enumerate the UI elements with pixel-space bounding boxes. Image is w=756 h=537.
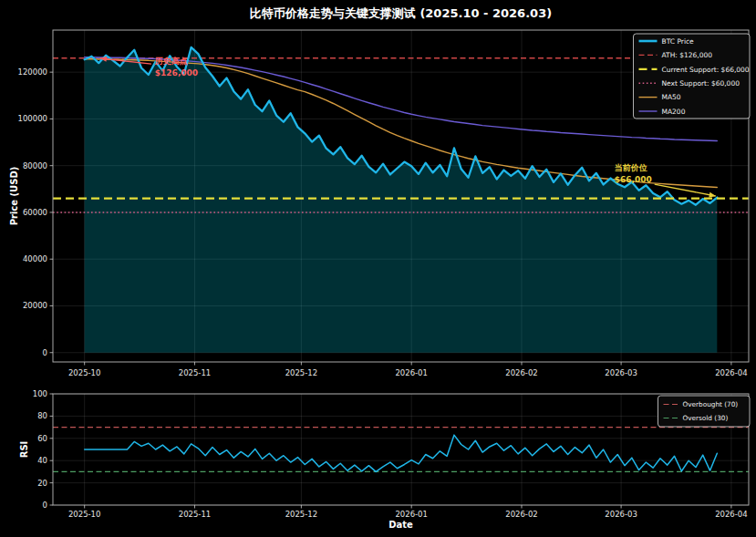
x-tick-label: 2026-01 (395, 368, 428, 377)
x-tick-label: 2025-12 (285, 510, 318, 519)
legend-item-label: BTC Price (662, 37, 695, 46)
x-tick-label: 2026-02 (505, 510, 538, 519)
charts-canvas: 历史高点$126,000当前价位$66,0002025-102025-11202… (0, 0, 756, 537)
legend-item-label: MA200 (662, 108, 686, 116)
annotation-text: $126,000 (155, 68, 198, 77)
tick-labels: 2025-102025-112025-122026-012026-022026-… (33, 389, 748, 519)
x-tick-label: 2025-11 (179, 368, 212, 377)
legend-item-label: Next Support: $60,000 (662, 79, 740, 88)
x-tick-label: 2026-01 (395, 510, 428, 519)
x-tick-label: 2026-04 (715, 368, 748, 377)
price-legend: BTC PriceATH: $126,000Current Support: $… (634, 34, 751, 119)
annotation-text: 历史高点 (154, 57, 188, 66)
y-tick-label: 20 (37, 479, 47, 488)
legend-box (634, 34, 751, 119)
x-tick-label: 2026-02 (505, 368, 538, 377)
price-area-fill (85, 47, 718, 353)
y-tick-label: 0 (43, 348, 47, 357)
legend-item-label: ATH: $126,000 (662, 51, 713, 59)
y-tick-label: 0 (43, 501, 47, 510)
y-tick-label: 20000 (23, 301, 47, 310)
rsi-line (85, 435, 718, 471)
y-tick-label: 100 (33, 389, 47, 398)
annotation-text: $66,000 (615, 175, 652, 184)
x-tick-label: 2026-03 (605, 510, 637, 519)
price-chart: 历史高点$126,000当前价位$66,0002025-102025-11202… (18, 30, 750, 377)
y-tick-label: 40000 (23, 254, 47, 263)
y-tick-label: 40 (37, 456, 47, 465)
rsi-legend: Overbought (70)Oversold (30) (658, 396, 751, 427)
axes-spines (53, 394, 749, 505)
legend-item-label: MA50 (662, 93, 681, 101)
x-tick-label: 2025-10 (68, 510, 101, 519)
y-tick-label: 60 (37, 434, 47, 443)
legend-item-label: Current Support: $66,000 (662, 66, 750, 74)
y-tick-label: 120000 (18, 67, 47, 77)
x-tick-label: 2026-03 (605, 368, 637, 377)
gridlines (53, 394, 749, 505)
x-tick-label: 2026-04 (715, 510, 748, 519)
x-tick-label: 2025-12 (285, 368, 318, 377)
annotation-arrowhead (709, 192, 715, 198)
y-tick-label: 100000 (18, 114, 47, 123)
y-tick-label: 60000 (23, 208, 47, 217)
rsi-chart: 2025-102025-112025-122026-012026-022026-… (33, 389, 750, 519)
tick-marks (50, 394, 731, 509)
x-tick-label: 2025-11 (179, 510, 212, 519)
y-tick-label: 80 (37, 411, 47, 420)
annotation-text: 当前价位 (615, 163, 647, 172)
legend-item-label: Oversold (30) (683, 414, 729, 422)
btc-analysis-figure: 比特币价格走势与关键支撑测试 (2025.10 - 2026.03) Price… (0, 0, 756, 537)
y-tick-label: 80000 (23, 161, 47, 170)
x-tick-label: 2025-10 (68, 368, 101, 377)
legend-item-label: Overbought (70) (683, 400, 739, 408)
